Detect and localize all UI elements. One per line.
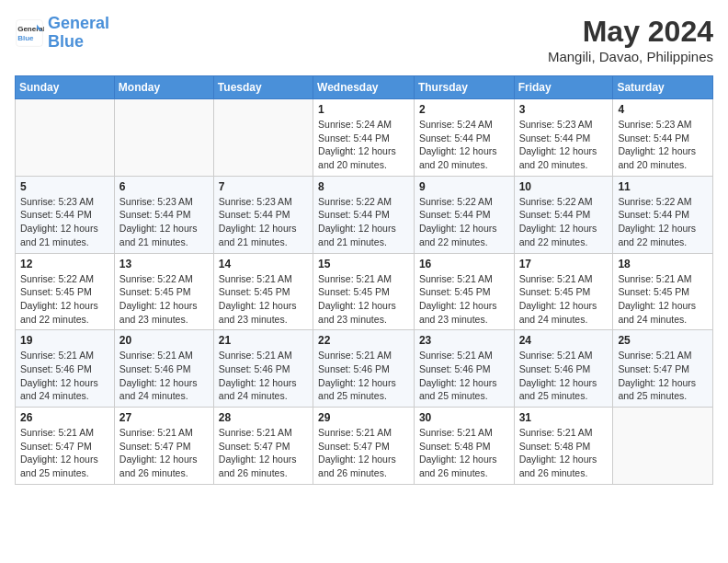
page-header: General Blue General Blue May 2024 Mangi… [15,15,713,64]
day-number: 22 [318,334,409,347]
day-of-week-header: Monday [114,76,213,99]
day-info: Sunrise: 5:21 AM Sunset: 5:45 PM Dayligh… [519,272,609,327]
day-info: Sunrise: 5:21 AM Sunset: 5:47 PM Dayligh… [618,349,708,403]
calendar-table: SundayMondayTuesdayWednesdayThursdayFrid… [15,75,713,485]
day-info: Sunrise: 5:22 AM Sunset: 5:45 PM Dayligh… [119,272,209,327]
location-title: Mangili, Davao, Philippines [548,49,713,64]
day-number: 15 [318,258,409,270]
day-number: 12 [20,258,109,270]
day-of-week-header: Friday [514,76,613,99]
calendar-cell [16,99,115,177]
calendar-cell: 4Sunrise: 5:23 AM Sunset: 5:44 PM Daylig… [613,99,713,177]
day-info: Sunrise: 5:21 AM Sunset: 5:47 PM Dayligh… [20,426,109,480]
day-number: 10 [519,180,609,193]
day-info: Sunrise: 5:21 AM Sunset: 5:46 PM Dayligh… [318,349,409,403]
day-number: 2 [419,103,509,116]
calendar-cell: 30Sunrise: 5:21 AM Sunset: 5:48 PM Dayli… [414,408,514,485]
calendar-cell: 27Sunrise: 5:21 AM Sunset: 5:47 PM Dayli… [114,408,213,485]
calendar-cell: 18Sunrise: 5:21 AM Sunset: 5:45 PM Dayli… [613,253,713,330]
day-number: 9 [419,180,509,193]
calendar-cell [213,99,313,177]
calendar-cell: 1Sunrise: 5:24 AM Sunset: 5:44 PM Daylig… [313,99,415,177]
day-number: 7 [219,180,308,193]
day-info: Sunrise: 5:24 AM Sunset: 5:44 PM Dayligh… [419,118,509,172]
calendar-cell: 9Sunrise: 5:22 AM Sunset: 5:44 PM Daylig… [414,176,514,253]
day-info: Sunrise: 5:23 AM Sunset: 5:44 PM Dayligh… [618,118,708,172]
day-info: Sunrise: 5:21 AM Sunset: 5:47 PM Dayligh… [119,426,209,480]
day-number: 17 [519,258,609,270]
day-info: Sunrise: 5:23 AM Sunset: 5:44 PM Dayligh… [119,195,209,249]
day-number: 4 [618,103,708,116]
day-number: 13 [119,258,209,270]
calendar-cell: 16Sunrise: 5:21 AM Sunset: 5:45 PM Dayli… [414,253,514,330]
day-number: 3 [519,103,609,116]
day-of-week-header: Wednesday [313,76,415,99]
day-number: 19 [20,334,109,347]
day-number: 28 [219,411,308,424]
day-number: 16 [419,258,509,270]
day-info: Sunrise: 5:21 AM Sunset: 5:45 PM Dayligh… [219,272,308,327]
month-title: May 2024 [548,15,713,49]
calendar-cell: 29Sunrise: 5:21 AM Sunset: 5:47 PM Dayli… [313,408,415,485]
logo: General Blue General Blue [15,15,109,52]
day-of-week-header: Thursday [414,76,514,99]
day-info: Sunrise: 5:22 AM Sunset: 5:44 PM Dayligh… [618,195,708,249]
day-info: Sunrise: 5:22 AM Sunset: 5:44 PM Dayligh… [419,195,509,249]
day-info: Sunrise: 5:21 AM Sunset: 5:45 PM Dayligh… [618,272,708,327]
day-number: 1 [318,103,409,116]
calendar-cell: 5Sunrise: 5:23 AM Sunset: 5:44 PM Daylig… [16,176,115,253]
calendar-cell: 23Sunrise: 5:21 AM Sunset: 5:46 PM Dayli… [414,330,514,408]
day-number: 21 [219,334,308,347]
calendar-cell: 21Sunrise: 5:21 AM Sunset: 5:46 PM Dayli… [213,330,313,408]
day-of-week-header: Tuesday [213,76,313,99]
calendar-cell: 10Sunrise: 5:22 AM Sunset: 5:44 PM Dayli… [514,176,613,253]
calendar-cell: 20Sunrise: 5:21 AM Sunset: 5:46 PM Dayli… [114,330,213,408]
day-info: Sunrise: 5:24 AM Sunset: 5:44 PM Dayligh… [318,118,409,172]
day-info: Sunrise: 5:21 AM Sunset: 5:46 PM Dayligh… [419,349,509,403]
calendar-cell: 14Sunrise: 5:21 AM Sunset: 5:45 PM Dayli… [213,253,313,330]
day-of-week-header: Sunday [16,76,115,99]
calendar-week-row: 5Sunrise: 5:23 AM Sunset: 5:44 PM Daylig… [16,176,713,253]
day-number: 25 [618,334,708,347]
calendar-week-row: 19Sunrise: 5:21 AM Sunset: 5:46 PM Dayli… [16,330,713,408]
day-number: 31 [519,411,609,424]
day-info: Sunrise: 5:23 AM Sunset: 5:44 PM Dayligh… [519,118,609,172]
logo-text-blue: Blue [48,33,109,52]
logo-text: General [48,15,109,33]
title-block: May 2024 Mangili, Davao, Philippines [548,15,713,64]
calendar-cell: 12Sunrise: 5:22 AM Sunset: 5:45 PM Dayli… [16,253,115,330]
day-number: 24 [519,334,609,347]
day-info: Sunrise: 5:21 AM Sunset: 5:48 PM Dayligh… [419,426,509,480]
day-info: Sunrise: 5:22 AM Sunset: 5:44 PM Dayligh… [519,195,609,249]
calendar-cell: 31Sunrise: 5:21 AM Sunset: 5:48 PM Dayli… [514,408,613,485]
calendar-week-row: 26Sunrise: 5:21 AM Sunset: 5:47 PM Dayli… [16,408,713,485]
calendar-cell [114,99,213,177]
calendar-cell: 6Sunrise: 5:23 AM Sunset: 5:44 PM Daylig… [114,176,213,253]
calendar-cell: 19Sunrise: 5:21 AM Sunset: 5:46 PM Dayli… [16,330,115,408]
day-number: 8 [318,180,409,193]
day-info: Sunrise: 5:21 AM Sunset: 5:46 PM Dayligh… [219,349,308,403]
day-info: Sunrise: 5:21 AM Sunset: 5:47 PM Dayligh… [318,426,409,480]
day-info: Sunrise: 5:21 AM Sunset: 5:45 PM Dayligh… [318,272,409,327]
calendar-cell: 13Sunrise: 5:22 AM Sunset: 5:45 PM Dayli… [114,253,213,330]
calendar-cell: 8Sunrise: 5:22 AM Sunset: 5:44 PM Daylig… [313,176,415,253]
calendar-cell: 15Sunrise: 5:21 AM Sunset: 5:45 PM Dayli… [313,253,415,330]
calendar-header-row: SundayMondayTuesdayWednesdayThursdayFrid… [16,76,713,99]
calendar-cell: 22Sunrise: 5:21 AM Sunset: 5:46 PM Dayli… [313,330,415,408]
day-info: Sunrise: 5:23 AM Sunset: 5:44 PM Dayligh… [219,195,308,249]
day-number: 14 [219,258,308,270]
day-number: 23 [419,334,509,347]
calendar-week-row: 12Sunrise: 5:22 AM Sunset: 5:45 PM Dayli… [16,253,713,330]
calendar-cell: 25Sunrise: 5:21 AM Sunset: 5:47 PM Dayli… [613,330,713,408]
day-number: 6 [119,180,209,193]
calendar-cell: 2Sunrise: 5:24 AM Sunset: 5:44 PM Daylig… [414,99,514,177]
svg-text:Blue: Blue [17,34,34,42]
calendar-cell: 11Sunrise: 5:22 AM Sunset: 5:44 PM Dayli… [613,176,713,253]
day-info: Sunrise: 5:21 AM Sunset: 5:48 PM Dayligh… [519,426,609,480]
day-info: Sunrise: 5:21 AM Sunset: 5:45 PM Dayligh… [419,272,509,327]
calendar-cell: 7Sunrise: 5:23 AM Sunset: 5:44 PM Daylig… [213,176,313,253]
calendar-week-row: 1Sunrise: 5:24 AM Sunset: 5:44 PM Daylig… [16,99,713,177]
day-number: 26 [20,411,109,424]
day-info: Sunrise: 5:22 AM Sunset: 5:44 PM Dayligh… [318,195,409,249]
calendar-cell: 28Sunrise: 5:21 AM Sunset: 5:47 PM Dayli… [213,408,313,485]
